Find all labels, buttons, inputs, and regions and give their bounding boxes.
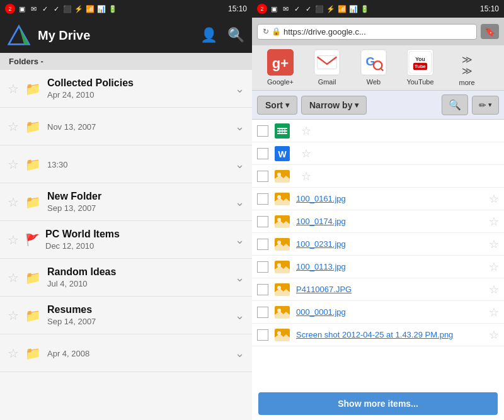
file-checkbox[interactable] [257,284,268,295]
file-star-icon[interactable]: ☆ [301,124,311,138]
bookmark-button[interactable]: 🔖 [481,24,499,39]
file-checkbox[interactable] [257,239,268,250]
lock-icon: 🔒 [272,27,281,36]
list-item[interactable]: ☆ 📁 Collected Policies Apr 24, 2010 ⌄ [0,70,252,108]
table-row[interactable]: 000_0001.jpg ☆ [252,301,504,324]
compose-dropdown-icon: ▾ [488,101,492,109]
folder-info: Random Ideas Jul 4, 2010 [47,266,235,288]
file-star-icon[interactable]: ☆ [301,147,311,161]
file-star-icon[interactable]: ☆ [489,305,499,319]
sort-label: Sort [265,100,283,110]
file-name-link[interactable]: 000_0001.jpg [296,307,484,317]
file-checkbox[interactable] [257,148,268,159]
folder-name: Collected Policies [47,77,235,89]
left-panel: 2 ▣ ✉ ✓ ✓ ⬛ ⚡ 📶 📊 🔋 15:10 My Drive 👤 🔍 [0,0,252,420]
star-icon[interactable]: ☆ [8,119,19,134]
box-icon: ⬛ [63,4,72,13]
chevron-icon[interactable]: ⌄ [235,233,244,247]
chevron-icon[interactable]: ⌄ [235,82,244,96]
star-icon[interactable]: ☆ [8,157,19,172]
star-icon[interactable]: ☆ [8,346,19,361]
status-bar-left: 2 ▣ ✉ ✓ ✓ ⬛ ⚡ 📶 📊 🔋 15:10 [0,0,252,18]
folder-flag-icon: 🚩 [25,233,39,247]
folder-icon: 📁 [25,308,41,323]
file-star-icon[interactable]: ☆ [489,283,499,297]
bookmark-gplus[interactable]: g+ Google+ [257,49,304,86]
table-row[interactable]: P4110067.JPG ☆ [252,278,504,301]
list-item[interactable]: ☆ 📁 Nov 13, 2007 ⌄ [0,108,252,145]
file-star-icon[interactable]: ☆ [489,237,499,251]
search-button[interactable]: 🔍 [442,94,468,115]
list-item[interactable]: ☆ 🚩 PC World Items Dec 12, 2010 ⌄ [0,221,252,259]
account-icon[interactable]: 👤 [200,27,217,43]
bookmark-gmail[interactable]: Gmail [304,49,350,86]
bookmark-web[interactable]: G Web [350,49,397,86]
table-row[interactable]: ☆ [252,165,504,188]
file-checkbox[interactable] [257,307,268,318]
narrow-dropdown-icon: ▾ [355,101,358,110]
gplus-icon: g+ [267,49,294,76]
file-name-link[interactable]: Screen shot 2012-04-25 at 1.43.29 PM.png [296,330,484,339]
chevron-icon[interactable]: ⌄ [235,346,244,360]
file-checkbox[interactable] [257,193,268,205]
table-row[interactable]: ☆ [252,120,504,142]
gmail-label: Gmail [318,78,336,86]
bookmark-youtube[interactable]: You Tube YouTube [397,49,444,86]
file-checkbox[interactable] [257,216,268,227]
sort-button[interactable]: Sort ▾ [257,96,297,115]
signal-icon: 📊 [97,4,106,13]
list-item[interactable]: ☆ 📁 Resumes Sep 14, 2007 ⌄ [0,297,252,334]
right-panel: 2 ▣ ✉ ✓ ✓ ⬛ ⚡ 📶 📊 🔋 15:10 ↻ 🔒 https://dr… [252,0,504,420]
star-icon[interactable]: ☆ [8,81,19,96]
list-item[interactable]: ☆ 📁 Random Ideas Jul 4, 2010 ⌄ [0,259,252,297]
list-item[interactable]: ☆ 📁 Apr 4, 2008 ⌄ [0,334,252,372]
file-star-icon[interactable]: ☆ [301,169,311,183]
file-name-link[interactable]: 100_0161.jpg [296,194,484,203]
star-icon[interactable]: ☆ [8,270,19,285]
star-icon[interactable]: ☆ [8,308,19,323]
file-name-link[interactable]: 100_0231.jpg [296,239,484,249]
compose-button[interactable]: ✏ ▾ [472,96,499,115]
chevron-icon[interactable]: ⌄ [235,309,244,322]
file-name-link[interactable]: 100_0113.jpg [296,262,484,271]
file-checkbox[interactable] [257,171,268,182]
table-row[interactable]: 100_0231.jpg ☆ [252,233,504,256]
search-icon[interactable]: 🔍 [227,27,244,43]
file-name-link[interactable]: P4110067.JPG [296,285,484,294]
bookmark-more[interactable]: ≫ ≫ more [444,49,490,86]
chevron-icon[interactable]: ⌄ [235,120,244,133]
folder-date: Apr 4, 2008 [47,349,235,358]
table-row[interactable]: Screen shot 2012-04-25 at 1.43.29 PM.png… [252,324,504,346]
more-label: more [459,79,474,86]
table-row[interactable]: W ☆ [252,142,504,165]
file-star-icon[interactable]: ☆ [489,215,499,229]
table-row[interactable]: 100_0161.jpg ☆ [252,188,504,210]
chevron-icon[interactable]: ⌄ [235,157,244,171]
file-checkbox[interactable] [257,125,268,137]
url-box[interactable]: ↻ 🔒 https://drive.google.c... [257,24,477,40]
table-row[interactable]: 100_0113.jpg ☆ [252,256,504,278]
chevron-icon[interactable]: ⌄ [235,195,244,209]
file-checkbox[interactable] [257,329,268,341]
star-icon[interactable]: ☆ [8,232,19,247]
file-checkbox[interactable] [257,261,268,273]
status-icons-right: 2 ▣ ✉ ✓ ✓ ⬛ ⚡ 📶 📊 🔋 [257,4,369,14]
header-icons: 👤 🔍 [200,27,244,43]
file-star-icon[interactable]: ☆ [489,192,499,206]
file-star-icon[interactable]: ☆ [489,328,499,342]
table-row[interactable]: 100_0174.jpg ☆ [252,210,504,233]
check4-icon: ✓ [304,4,312,13]
browser-bar: ↻ 🔒 https://drive.google.c... 🔖 [252,18,504,45]
file-name-link[interactable]: 100_0174.jpg [296,217,484,226]
folder-name: New Folder [47,191,235,202]
web-label: Web [367,78,381,86]
youtube-label: YouTube [406,78,433,86]
star-icon[interactable]: ☆ [8,195,19,210]
narrow-by-button[interactable]: Narrow by ▾ [301,96,367,115]
list-item[interactable]: ☆ 📁 New Folder Sep 13, 2007 ⌄ [0,183,252,221]
list-item[interactable]: ☆ 📁 13:30 ⌄ [0,145,252,183]
show-more-button[interactable]: Show more items... [258,392,498,415]
file-star-icon[interactable]: ☆ [489,260,499,274]
chevron-icon[interactable]: ⌄ [235,271,244,285]
notification-badge: 2 [5,4,15,14]
